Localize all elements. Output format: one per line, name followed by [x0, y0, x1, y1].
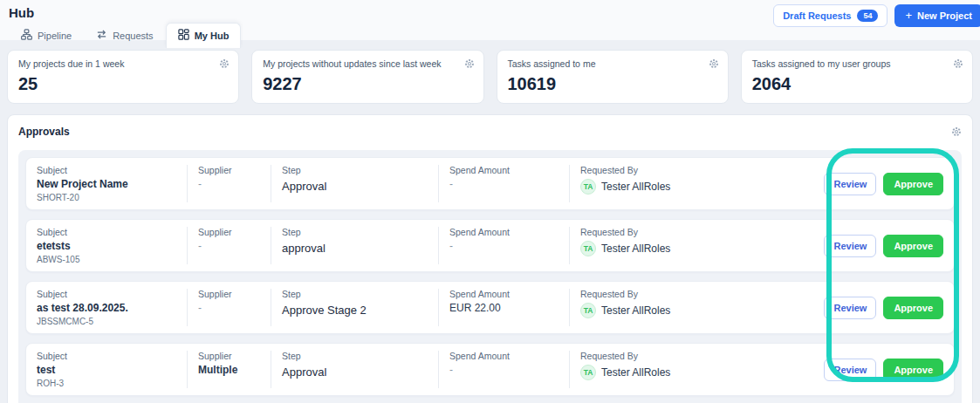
stat-value: 10619 — [508, 74, 717, 94]
stat-label: My projects without updates since last w… — [263, 58, 472, 69]
column-label: Requested By — [580, 289, 817, 299]
approve-button[interactable]: Approve — [883, 235, 943, 257]
column-label: Subject — [37, 227, 180, 237]
tab-label: Pipeline — [38, 31, 72, 41]
supplier-value: - — [198, 178, 264, 190]
column-label: Step — [282, 351, 431, 361]
supplier-value: - — [198, 240, 264, 252]
subject-code: JBSSMCMC-5 — [37, 317, 180, 326]
gear-icon[interactable] — [709, 58, 719, 69]
requester: TA Tester AllRoles — [580, 303, 817, 318]
column-label: Requested By — [580, 351, 817, 361]
draft-requests-button[interactable]: Draft Requests 54 — [773, 4, 887, 27]
supplier-cell: Supplier Multiple — [187, 351, 271, 388]
requester: TA Tester AllRoles — [580, 365, 817, 380]
spend-value: - — [449, 364, 562, 376]
spend-cell: Spend Amount - — [438, 165, 569, 202]
column-label: Step — [282, 165, 431, 175]
review-button[interactable]: Review — [824, 297, 876, 319]
subject-cell: Subject test ROH-3 — [37, 351, 187, 388]
subject-cell: Subject New Project Name SHORT-20 — [37, 165, 187, 202]
column-label: Requested By — [580, 165, 817, 175]
approvals-list: Subject New Project Name SHORT-20 Suppli… — [18, 150, 962, 403]
my-hub-icon — [178, 29, 189, 42]
subject-value: as test 28.09.2025. — [37, 302, 180, 314]
pipeline-icon — [21, 29, 32, 42]
column-label: Supplier — [198, 227, 264, 237]
supplier-cell: Supplier - — [187, 165, 271, 202]
stat-label: Tasks assigned to my user groups — [752, 58, 962, 69]
spend-value: - — [449, 240, 562, 252]
spend-value: - — [449, 178, 562, 190]
stat-card-tasks-groups: Tasks assigned to my user groups 2064 — [741, 50, 973, 104]
column-label: Subject — [37, 289, 180, 299]
column-label: Requested By — [580, 227, 817, 237]
approval-row: Subject New Project Name SHORT-20 Suppli… — [25, 157, 955, 210]
review-button[interactable]: Review — [824, 359, 876, 381]
column-label: Spend Amount — [449, 351, 562, 361]
subject-value: etetsts — [37, 240, 180, 252]
approve-button[interactable]: Approve — [883, 297, 943, 319]
stat-card-due: My projects due in 1 week 25 — [7, 50, 239, 104]
approval-row: Subject etetsts ABWS-105 Supplier - Step… — [25, 219, 955, 272]
tab-my-hub[interactable]: My Hub — [166, 23, 242, 48]
avatar: TA — [580, 365, 596, 380]
requested-by-cell: Requested By TA Tester AllRoles — [569, 351, 824, 388]
gear-icon[interactable] — [951, 126, 962, 137]
stat-card-no-updates: My projects without updates since last w… — [251, 50, 483, 104]
subject-code: ABWS-105 — [37, 255, 180, 264]
new-project-label: New Project — [917, 10, 972, 21]
step-cell: Step Approve Stage 2 — [271, 289, 438, 326]
stat-value: 2064 — [752, 74, 962, 94]
requester-name: Tester AllRoles — [601, 304, 670, 317]
review-button[interactable]: Review — [824, 235, 876, 257]
gear-icon[interactable] — [464, 58, 475, 69]
row-actions: Review Approve — [824, 359, 943, 381]
column-label: Spend Amount — [449, 165, 562, 175]
subject-value: test — [37, 364, 180, 376]
approvals-panel: Approvals Subject New Project Name SHORT… — [7, 114, 973, 403]
stat-label: Tasks assigned to me — [508, 58, 717, 69]
column-label: Spend Amount — [449, 289, 562, 299]
new-project-button[interactable]: + New Project — [894, 4, 980, 27]
step-value: Approve Stage 2 — [282, 304, 431, 317]
supplier-cell: Supplier - — [187, 227, 271, 264]
row-actions: Review Approve — [824, 235, 943, 257]
requester-name: Tester AllRoles — [601, 242, 670, 255]
approve-button[interactable]: Approve — [883, 359, 943, 381]
avatar: TA — [580, 303, 596, 318]
step-value: approval — [282, 242, 431, 255]
column-label: Supplier — [198, 351, 264, 361]
row-actions: Review Approve — [824, 173, 943, 195]
page-header: Hub Pipeline Requests My Hub — [0, 0, 980, 40]
step-cell: Step Approval — [271, 351, 438, 388]
gear-icon[interactable] — [953, 58, 963, 69]
approve-button[interactable]: Approve — [883, 173, 943, 195]
supplier-cell: Supplier - — [187, 289, 271, 326]
step-cell: Step approval — [271, 227, 438, 264]
step-value: Approval — [282, 365, 431, 379]
requester: TA Tester AllRoles — [580, 179, 817, 195]
header-actions: Draft Requests 54 + New Project — [773, 4, 980, 27]
avatar: TA — [580, 179, 596, 195]
column-label: Supplier — [198, 165, 264, 175]
subject-code: ROH-3 — [37, 379, 180, 388]
requested-by-cell: Requested By TA Tester AllRoles — [569, 165, 824, 202]
subject-value: New Project Name — [37, 178, 180, 190]
column-label: Step — [282, 289, 431, 299]
tab-pipeline[interactable]: Pipeline — [9, 23, 84, 48]
gear-icon[interactable] — [219, 58, 230, 69]
requester-name: Tester AllRoles — [601, 366, 670, 379]
spend-cell: Spend Amount - — [438, 227, 569, 264]
draft-requests-count-badge: 54 — [857, 10, 878, 22]
tab-requests[interactable]: Requests — [84, 23, 165, 48]
tab-label: My Hub — [195, 31, 230, 41]
column-label: Step — [282, 227, 431, 237]
requester-name: Tester AllRoles — [601, 181, 670, 193]
approval-row: Subject as test 28.09.2025. JBSSMCMC-5 S… — [25, 281, 955, 334]
draft-requests-label: Draft Requests — [783, 10, 851, 21]
approval-row: Subject test ROH-3 Supplier Multiple Ste… — [25, 343, 955, 396]
spend-value: EUR 22.00 — [449, 302, 562, 314]
hub-page: Hub Pipeline Requests My Hub — [0, 0, 980, 403]
review-button[interactable]: Review — [824, 173, 876, 195]
